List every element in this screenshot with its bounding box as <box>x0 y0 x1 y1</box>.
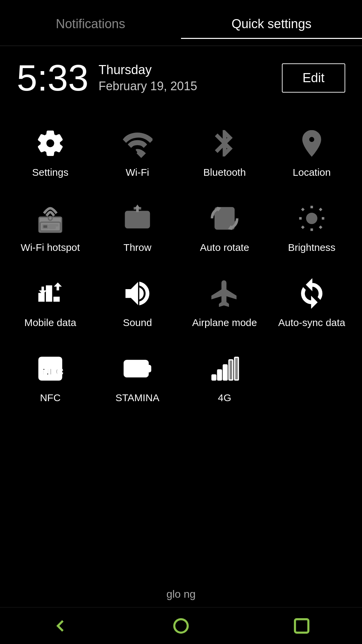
quick-item-4g[interactable]: 4G <box>181 338 268 414</box>
quick-item-autosync[interactable]: Auto-sync data <box>268 263 355 338</box>
sound-icon <box>121 277 154 310</box>
day-name: Thursday <box>99 63 197 77</box>
svg-rect-23 <box>295 619 308 633</box>
brightness-label: Brightness <box>288 242 336 253</box>
back-button[interactable] <box>50 616 70 636</box>
quick-item-location[interactable]: Location <box>268 113 355 188</box>
svg-rect-19 <box>223 365 227 380</box>
mobile-data-label: Mobile data <box>24 317 76 328</box>
svg-rect-5 <box>49 227 55 228</box>
tab-quicksettings[interactable]: Quick settings <box>181 10 362 39</box>
svg-rect-13 <box>147 366 150 372</box>
settings-icon <box>34 126 67 160</box>
svg-rect-6 <box>126 212 149 227</box>
airplane-label: Airplane mode <box>192 317 257 328</box>
quick-settings-grid: Settings Wi-Fi Bluetooth Location <box>0 106 362 420</box>
brightness-icon <box>295 202 328 235</box>
bluetooth-icon <box>208 126 241 160</box>
clock-time: 5:33 <box>17 59 88 96</box>
wifi-hotspot-label: Wi-Fi hotspot <box>21 242 80 253</box>
autosync-icon <box>295 277 328 310</box>
quick-item-throw[interactable]: Throw <box>94 188 181 263</box>
svg-rect-4 <box>49 225 58 226</box>
quick-item-airplane[interactable]: Airplane mode <box>181 263 268 338</box>
settings-label: Settings <box>32 167 68 178</box>
quick-item-wifi[interactable]: Wi-Fi <box>94 113 181 188</box>
date-full: February 19, 2015 <box>99 79 197 93</box>
4g-label: 4G <box>218 392 231 404</box>
time-block: 5:33 Thursday February 19, 2015 <box>17 59 197 96</box>
wifi-icon <box>121 126 154 160</box>
sound-label: Sound <box>123 317 152 328</box>
svg-point-22 <box>174 619 188 633</box>
carrier-text: glo ng <box>0 588 362 600</box>
quick-item-settings[interactable]: Settings <box>7 113 94 188</box>
airplane-icon <box>208 277 241 310</box>
quick-item-nfc[interactable]: NFC NFC <box>7 338 94 414</box>
throw-label: Throw <box>123 242 151 253</box>
quick-item-bluetooth[interactable]: Bluetooth <box>181 113 268 188</box>
svg-rect-3 <box>43 225 48 228</box>
stamina-icon <box>121 352 154 385</box>
auto-rotate-label: Auto rotate <box>200 242 249 253</box>
4g-icon <box>208 352 241 385</box>
wifi-label: Wi-Fi <box>126 167 149 178</box>
svg-point-9 <box>307 213 317 223</box>
svg-rect-17 <box>212 375 216 380</box>
wifi-hotspot-icon <box>34 202 67 235</box>
stamina-label: STAMINA <box>115 392 159 404</box>
bluetooth-label: Bluetooth <box>203 167 246 178</box>
quick-item-brightness[interactable]: Brightness <box>268 188 355 263</box>
auto-rotate-icon <box>208 202 241 235</box>
quick-item-wifi-hotspot[interactable]: Wi-Fi hotspot <box>7 188 94 263</box>
nfc-icon: NFC <box>34 352 67 385</box>
svg-rect-18 <box>218 370 221 380</box>
quick-item-sound[interactable]: Sound <box>94 263 181 338</box>
nfc-label: NFC <box>40 392 61 404</box>
throw-icon <box>121 202 154 235</box>
recents-button[interactable] <box>292 616 312 636</box>
edit-button[interactable]: Edit <box>282 63 345 93</box>
quick-item-auto-rotate[interactable]: Auto rotate <box>181 188 268 263</box>
svg-rect-14 <box>127 364 140 374</box>
svg-text:NFC: NFC <box>42 366 63 377</box>
header: 5:33 Thursday February 19, 2015 Edit <box>0 46 362 106</box>
tab-notifications[interactable]: Notifications <box>0 10 181 39</box>
svg-rect-20 <box>229 360 233 380</box>
svg-rect-21 <box>235 357 238 380</box>
quick-item-stamina[interactable]: STAMINA <box>94 338 181 414</box>
nav-bar <box>0 607 362 644</box>
svg-marker-7 <box>135 205 140 208</box>
autosync-label: Auto-sync data <box>278 317 345 328</box>
location-label: Location <box>293 167 330 178</box>
svg-point-1 <box>48 216 52 220</box>
mobile-data-icon <box>34 277 67 310</box>
date-block: Thursday February 19, 2015 <box>99 63 197 93</box>
location-icon <box>295 126 328 160</box>
quick-item-mobile-data[interactable]: Mobile data <box>7 263 94 338</box>
home-button[interactable] <box>171 616 191 636</box>
